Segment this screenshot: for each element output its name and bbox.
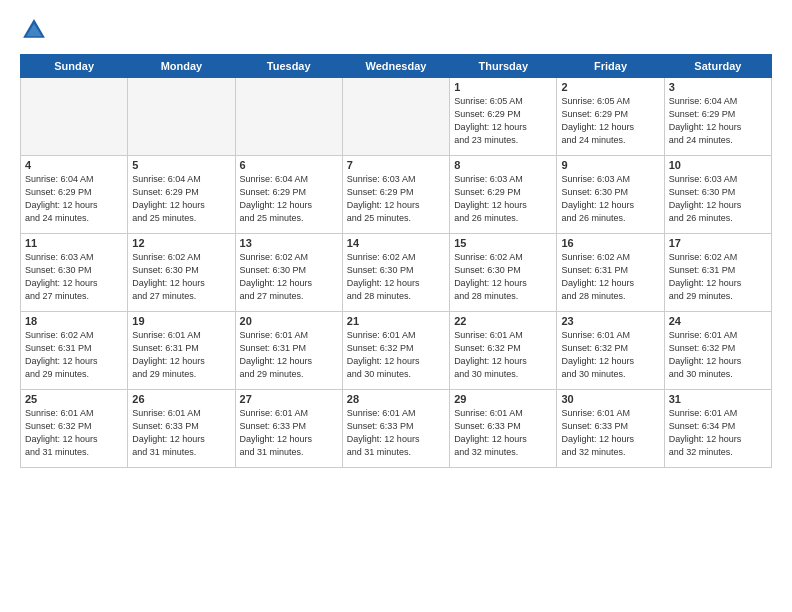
calendar-week-5: 25Sunrise: 6:01 AM Sunset: 6:32 PM Dayli… — [21, 390, 772, 468]
day-info: Sunrise: 6:04 AM Sunset: 6:29 PM Dayligh… — [669, 95, 767, 147]
weekday-friday: Friday — [557, 55, 664, 78]
calendar-week-3: 11Sunrise: 6:03 AM Sunset: 6:30 PM Dayli… — [21, 234, 772, 312]
calendar-cell: 27Sunrise: 6:01 AM Sunset: 6:33 PM Dayli… — [235, 390, 342, 468]
day-number: 13 — [240, 237, 338, 249]
calendar-cell: 2Sunrise: 6:05 AM Sunset: 6:29 PM Daylig… — [557, 78, 664, 156]
calendar-cell: 9Sunrise: 6:03 AM Sunset: 6:30 PM Daylig… — [557, 156, 664, 234]
day-number: 31 — [669, 393, 767, 405]
calendar-week-2: 4Sunrise: 6:04 AM Sunset: 6:29 PM Daylig… — [21, 156, 772, 234]
calendar-cell: 4Sunrise: 6:04 AM Sunset: 6:29 PM Daylig… — [21, 156, 128, 234]
day-info: Sunrise: 6:03 AM Sunset: 6:30 PM Dayligh… — [25, 251, 123, 303]
day-info: Sunrise: 6:01 AM Sunset: 6:31 PM Dayligh… — [240, 329, 338, 381]
calendar-cell: 15Sunrise: 6:02 AM Sunset: 6:30 PM Dayli… — [450, 234, 557, 312]
day-info: Sunrise: 6:01 AM Sunset: 6:33 PM Dayligh… — [132, 407, 230, 459]
weekday-header-row: SundayMondayTuesdayWednesdayThursdayFrid… — [21, 55, 772, 78]
calendar-cell: 18Sunrise: 6:02 AM Sunset: 6:31 PM Dayli… — [21, 312, 128, 390]
day-info: Sunrise: 6:02 AM Sunset: 6:31 PM Dayligh… — [25, 329, 123, 381]
calendar-cell: 1Sunrise: 6:05 AM Sunset: 6:29 PM Daylig… — [450, 78, 557, 156]
calendar-cell: 25Sunrise: 6:01 AM Sunset: 6:32 PM Dayli… — [21, 390, 128, 468]
day-number: 8 — [454, 159, 552, 171]
day-number: 16 — [561, 237, 659, 249]
weekday-thursday: Thursday — [450, 55, 557, 78]
calendar-cell: 3Sunrise: 6:04 AM Sunset: 6:29 PM Daylig… — [664, 78, 771, 156]
calendar-cell: 30Sunrise: 6:01 AM Sunset: 6:33 PM Dayli… — [557, 390, 664, 468]
day-info: Sunrise: 6:01 AM Sunset: 6:34 PM Dayligh… — [669, 407, 767, 459]
day-info: Sunrise: 6:04 AM Sunset: 6:29 PM Dayligh… — [25, 173, 123, 225]
day-info: Sunrise: 6:01 AM Sunset: 6:33 PM Dayligh… — [347, 407, 445, 459]
day-number: 24 — [669, 315, 767, 327]
day-number: 21 — [347, 315, 445, 327]
logo — [20, 16, 52, 44]
day-number: 1 — [454, 81, 552, 93]
calendar-week-1: 1Sunrise: 6:05 AM Sunset: 6:29 PM Daylig… — [21, 78, 772, 156]
day-number: 15 — [454, 237, 552, 249]
calendar-cell: 6Sunrise: 6:04 AM Sunset: 6:29 PM Daylig… — [235, 156, 342, 234]
day-info: Sunrise: 6:01 AM Sunset: 6:33 PM Dayligh… — [561, 407, 659, 459]
calendar-cell: 29Sunrise: 6:01 AM Sunset: 6:33 PM Dayli… — [450, 390, 557, 468]
day-number: 29 — [454, 393, 552, 405]
day-info: Sunrise: 6:01 AM Sunset: 6:32 PM Dayligh… — [669, 329, 767, 381]
calendar-table: SundayMondayTuesdayWednesdayThursdayFrid… — [20, 54, 772, 468]
day-number: 10 — [669, 159, 767, 171]
calendar-cell: 17Sunrise: 6:02 AM Sunset: 6:31 PM Dayli… — [664, 234, 771, 312]
calendar-cell: 26Sunrise: 6:01 AM Sunset: 6:33 PM Dayli… — [128, 390, 235, 468]
calendar-cell: 21Sunrise: 6:01 AM Sunset: 6:32 PM Dayli… — [342, 312, 449, 390]
day-info: Sunrise: 6:01 AM Sunset: 6:32 PM Dayligh… — [454, 329, 552, 381]
day-number: 11 — [25, 237, 123, 249]
day-info: Sunrise: 6:03 AM Sunset: 6:29 PM Dayligh… — [347, 173, 445, 225]
calendar-cell — [21, 78, 128, 156]
day-info: Sunrise: 6:02 AM Sunset: 6:30 PM Dayligh… — [454, 251, 552, 303]
day-info: Sunrise: 6:04 AM Sunset: 6:29 PM Dayligh… — [132, 173, 230, 225]
page: SundayMondayTuesdayWednesdayThursdayFrid… — [0, 0, 792, 612]
day-info: Sunrise: 6:04 AM Sunset: 6:29 PM Dayligh… — [240, 173, 338, 225]
calendar-cell: 10Sunrise: 6:03 AM Sunset: 6:30 PM Dayli… — [664, 156, 771, 234]
day-info: Sunrise: 6:01 AM Sunset: 6:33 PM Dayligh… — [454, 407, 552, 459]
day-info: Sunrise: 6:05 AM Sunset: 6:29 PM Dayligh… — [454, 95, 552, 147]
weekday-wednesday: Wednesday — [342, 55, 449, 78]
calendar-cell: 28Sunrise: 6:01 AM Sunset: 6:33 PM Dayli… — [342, 390, 449, 468]
header — [20, 16, 772, 44]
calendar-cell: 14Sunrise: 6:02 AM Sunset: 6:30 PM Dayli… — [342, 234, 449, 312]
day-info: Sunrise: 6:01 AM Sunset: 6:33 PM Dayligh… — [240, 407, 338, 459]
calendar-cell: 24Sunrise: 6:01 AM Sunset: 6:32 PM Dayli… — [664, 312, 771, 390]
calendar-cell: 11Sunrise: 6:03 AM Sunset: 6:30 PM Dayli… — [21, 234, 128, 312]
day-info: Sunrise: 6:02 AM Sunset: 6:30 PM Dayligh… — [132, 251, 230, 303]
calendar-cell: 12Sunrise: 6:02 AM Sunset: 6:30 PM Dayli… — [128, 234, 235, 312]
calendar-cell — [235, 78, 342, 156]
day-info: Sunrise: 6:01 AM Sunset: 6:32 PM Dayligh… — [347, 329, 445, 381]
calendar-cell: 22Sunrise: 6:01 AM Sunset: 6:32 PM Dayli… — [450, 312, 557, 390]
calendar-cell: 19Sunrise: 6:01 AM Sunset: 6:31 PM Dayli… — [128, 312, 235, 390]
logo-icon — [20, 16, 48, 44]
day-info: Sunrise: 6:01 AM Sunset: 6:32 PM Dayligh… — [25, 407, 123, 459]
day-number: 27 — [240, 393, 338, 405]
day-info: Sunrise: 6:01 AM Sunset: 6:32 PM Dayligh… — [561, 329, 659, 381]
day-number: 26 — [132, 393, 230, 405]
day-number: 5 — [132, 159, 230, 171]
weekday-monday: Monday — [128, 55, 235, 78]
day-number: 30 — [561, 393, 659, 405]
calendar-week-4: 18Sunrise: 6:02 AM Sunset: 6:31 PM Dayli… — [21, 312, 772, 390]
weekday-sunday: Sunday — [21, 55, 128, 78]
calendar-cell: 8Sunrise: 6:03 AM Sunset: 6:29 PM Daylig… — [450, 156, 557, 234]
day-number: 9 — [561, 159, 659, 171]
day-info: Sunrise: 6:03 AM Sunset: 6:30 PM Dayligh… — [669, 173, 767, 225]
day-number: 28 — [347, 393, 445, 405]
day-number: 20 — [240, 315, 338, 327]
day-info: Sunrise: 6:03 AM Sunset: 6:29 PM Dayligh… — [454, 173, 552, 225]
weekday-saturday: Saturday — [664, 55, 771, 78]
calendar-cell: 13Sunrise: 6:02 AM Sunset: 6:30 PM Dayli… — [235, 234, 342, 312]
calendar-cell: 7Sunrise: 6:03 AM Sunset: 6:29 PM Daylig… — [342, 156, 449, 234]
day-info: Sunrise: 6:02 AM Sunset: 6:30 PM Dayligh… — [347, 251, 445, 303]
day-info: Sunrise: 6:03 AM Sunset: 6:30 PM Dayligh… — [561, 173, 659, 225]
day-number: 2 — [561, 81, 659, 93]
day-info: Sunrise: 6:01 AM Sunset: 6:31 PM Dayligh… — [132, 329, 230, 381]
calendar-cell — [128, 78, 235, 156]
day-number: 3 — [669, 81, 767, 93]
day-number: 25 — [25, 393, 123, 405]
day-number: 7 — [347, 159, 445, 171]
day-number: 19 — [132, 315, 230, 327]
day-number: 6 — [240, 159, 338, 171]
day-number: 12 — [132, 237, 230, 249]
calendar-cell: 16Sunrise: 6:02 AM Sunset: 6:31 PM Dayli… — [557, 234, 664, 312]
day-number: 4 — [25, 159, 123, 171]
